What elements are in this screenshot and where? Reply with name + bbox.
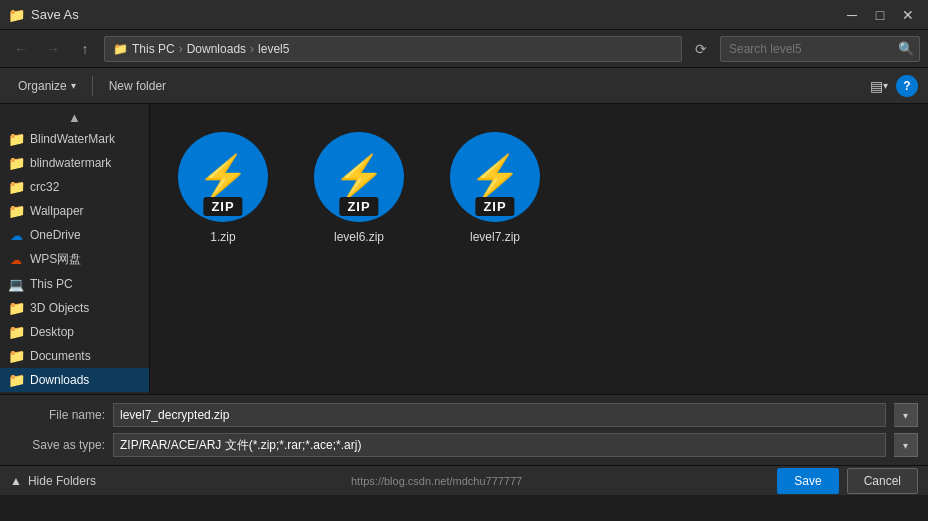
- folder-icon: 📁: [8, 155, 24, 171]
- breadcrumb-sep-2: ›: [250, 42, 254, 56]
- sidebar-item-3dobjects[interactable]: 📁 3D Objects: [0, 296, 149, 320]
- saveastype-input[interactable]: [113, 433, 886, 457]
- hide-folders-label: Hide Folders: [28, 474, 96, 488]
- sidebar-scroll-up[interactable]: ▲: [0, 108, 149, 127]
- view-button[interactable]: ▤ ▾: [866, 73, 892, 99]
- new-folder-button[interactable]: New folder: [101, 75, 174, 97]
- sidebar: ▲ 📁 BlindWaterMark 📁 blindwatermark 📁 cr…: [0, 104, 150, 394]
- saveastype-label: Save as type:: [10, 438, 105, 452]
- file-area: ⚡ ZIP 1.zip ⚡ ZIP level6.zip ⚡ ZIP level…: [150, 104, 928, 394]
- sidebar-label: 3D Objects: [30, 301, 89, 315]
- save-button[interactable]: Save: [777, 468, 838, 494]
- folder-icon: 📁: [8, 203, 24, 219]
- folder-icon: 📁: [8, 131, 24, 147]
- computer-icon: 💻: [8, 276, 24, 292]
- sidebar-item-downloads[interactable]: 📁 Downloads: [0, 368, 149, 392]
- title-bar: 📁 Save As ─ □ ✕: [0, 0, 928, 30]
- sidebar-label: Wallpaper: [30, 204, 84, 218]
- view-icon: ▤: [870, 78, 883, 94]
- sidebar-label: This PC: [30, 277, 73, 291]
- file-item-level7zip[interactable]: ⚡ ZIP level7.zip: [442, 124, 548, 252]
- zip-badge-1: ZIP: [203, 197, 242, 216]
- file-item-1zip[interactable]: ⚡ ZIP 1.zip: [170, 124, 276, 252]
- title-text: Save As: [31, 7, 79, 22]
- bolt-icon: ⚡: [469, 156, 521, 198]
- search-input[interactable]: [720, 36, 920, 62]
- sidebar-item-desktop[interactable]: 📁 Desktop: [0, 320, 149, 344]
- sidebar-item-blindwatermark-lower[interactable]: 📁 blindwatermark: [0, 151, 149, 175]
- toolbar-separator: [92, 76, 93, 96]
- zip-icon-1: ⚡ ZIP: [178, 132, 268, 222]
- view-arrow-icon: ▾: [883, 80, 888, 91]
- sidebar-label: BlindWaterMark: [30, 132, 115, 146]
- up-button[interactable]: ↑: [72, 36, 98, 62]
- sidebar-item-level5[interactable]: 📁 level5: [0, 392, 149, 394]
- sidebar-item-blindwatermark-upper[interactable]: 📁 BlindWaterMark: [0, 127, 149, 151]
- file-name-2: level6.zip: [334, 230, 384, 244]
- toolbar-right: ▤ ▾ ?: [866, 73, 918, 99]
- breadcrumb-downloads[interactable]: Downloads: [187, 42, 246, 56]
- sidebar-label: Documents: [30, 349, 91, 363]
- saveastype-dropdown[interactable]: ▾: [894, 433, 918, 457]
- wps-icon: ☁: [8, 252, 24, 268]
- zip-badge-2: ZIP: [339, 197, 378, 216]
- onedrive-icon: ☁: [8, 227, 24, 243]
- folder-icon: 📁: [8, 300, 24, 316]
- breadcrumb-thispc[interactable]: This PC: [132, 42, 175, 56]
- sidebar-label: WPS网盘: [30, 251, 81, 268]
- folder-icon: 📁: [8, 348, 24, 364]
- zip-icon-2: ⚡ ZIP: [314, 132, 404, 222]
- breadcrumb: 📁 This PC › Downloads › level5: [104, 36, 682, 62]
- sidebar-label: Desktop: [30, 325, 74, 339]
- forward-button[interactable]: →: [40, 36, 66, 62]
- sidebar-item-wallpaper[interactable]: 📁 Wallpaper: [0, 199, 149, 223]
- search-wrapper: 🔍: [720, 36, 920, 62]
- cancel-button[interactable]: Cancel: [847, 468, 918, 494]
- saveastype-row: Save as type: ▾: [10, 433, 918, 457]
- sidebar-label: OneDrive: [30, 228, 81, 242]
- zip-icon-3: ⚡ ZIP: [450, 132, 540, 222]
- watermark-text: https://blog.csdn.net/mdchu777777: [351, 475, 522, 487]
- filename-input[interactable]: [113, 403, 886, 427]
- sidebar-label: Downloads: [30, 373, 89, 387]
- file-item-level6zip[interactable]: ⚡ ZIP level6.zip: [306, 124, 412, 252]
- sidebar-label: blindwatermark: [30, 156, 111, 170]
- file-name-3: level7.zip: [470, 230, 520, 244]
- zip-badge-3: ZIP: [475, 197, 514, 216]
- status-bar: ▲ Hide Folders https://blog.csdn.net/mdc…: [0, 465, 928, 495]
- help-button[interactable]: ?: [896, 75, 918, 97]
- new-folder-label: New folder: [109, 79, 166, 93]
- action-buttons: Save Cancel: [777, 468, 918, 494]
- folder-icon: 📁: [8, 179, 24, 195]
- bolt-icon: ⚡: [197, 156, 249, 198]
- sidebar-item-wps[interactable]: ☁ WPS网盘: [0, 247, 149, 272]
- sidebar-item-onedrive[interactable]: ☁ OneDrive: [0, 223, 149, 247]
- hide-folders-toggle[interactable]: ▲ Hide Folders: [10, 474, 96, 488]
- filename-dropdown[interactable]: ▾: [894, 403, 918, 427]
- breadcrumb-level5[interactable]: level5: [258, 42, 289, 56]
- folder-icon: 📁: [8, 372, 24, 388]
- close-button[interactable]: ✕: [896, 4, 920, 26]
- back-button[interactable]: ←: [8, 36, 34, 62]
- sidebar-item-thispc[interactable]: 💻 This PC: [0, 272, 149, 296]
- toolbar: Organize ▾ New folder ▤ ▾ ?: [0, 68, 928, 104]
- organize-button[interactable]: Organize ▾: [10, 75, 84, 97]
- filename-row: File name: ▾: [10, 403, 918, 427]
- refresh-button[interactable]: ⟳: [688, 36, 714, 62]
- bolt-icon: ⚡: [333, 156, 385, 198]
- sidebar-label: crc32: [30, 180, 59, 194]
- hide-folders-icon: ▲: [10, 474, 22, 488]
- sidebar-item-documents[interactable]: 📁 Documents: [0, 344, 149, 368]
- bottom-input-area: File name: ▾ Save as type: ▾: [0, 394, 928, 465]
- folder-icon-breadcrumb: 📁: [113, 42, 128, 56]
- address-bar: ← → ↑ 📁 This PC › Downloads › level5 ⟳ 🔍: [0, 30, 928, 68]
- minimize-button[interactable]: ─: [840, 4, 864, 26]
- breadcrumb-sep-1: ›: [179, 42, 183, 56]
- title-icon: 📁: [8, 7, 25, 23]
- maximize-button[interactable]: □: [868, 4, 892, 26]
- main-area: ▲ 📁 BlindWaterMark 📁 blindwatermark 📁 cr…: [0, 104, 928, 394]
- title-controls: ─ □ ✕: [840, 4, 920, 26]
- file-name-1: 1.zip: [210, 230, 235, 244]
- sidebar-item-crc32[interactable]: 📁 crc32: [0, 175, 149, 199]
- filename-label: File name:: [10, 408, 105, 422]
